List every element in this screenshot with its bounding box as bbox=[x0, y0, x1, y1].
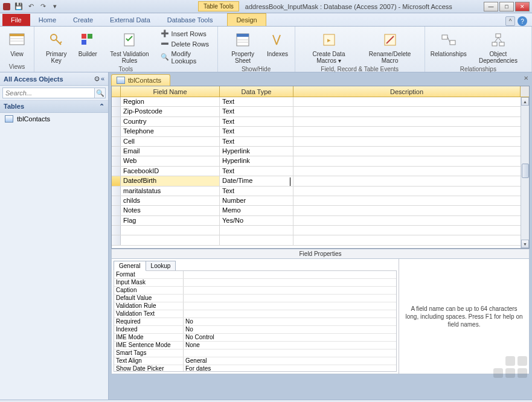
tab-create[interactable]: Create bbox=[65, 14, 101, 26]
column-field-name[interactable]: Field Name bbox=[121, 86, 220, 97]
nav-header[interactable]: All Access Objects ⊙« bbox=[0, 72, 108, 86]
description-cell[interactable] bbox=[293, 206, 529, 215]
save-icon[interactable]: 💾 bbox=[14, 2, 23, 11]
row-selector[interactable] bbox=[112, 137, 121, 146]
table-row[interactable]: Flag Yes/No bbox=[112, 216, 529, 226]
row-selector[interactable] bbox=[112, 187, 121, 196]
property-row[interactable]: Smart Tags bbox=[114, 349, 396, 357]
property-row[interactable]: Caption bbox=[114, 287, 396, 295]
tab-database-tools[interactable]: Database Tools bbox=[159, 14, 222, 26]
table-row[interactable] bbox=[112, 235, 529, 245]
property-row[interactable]: Show Date Picker For dates bbox=[114, 365, 396, 372]
data-type-cell[interactable]: Hyperlink bbox=[220, 156, 293, 165]
undo-icon[interactable]: ↶ bbox=[27, 2, 35, 11]
data-type-cell[interactable]: Memo bbox=[220, 206, 293, 215]
document-tab[interactable]: tblContacts bbox=[111, 74, 170, 86]
minimize-ribbon-icon[interactable]: ^ bbox=[505, 16, 515, 26]
qat-more-icon[interactable]: ▾ bbox=[51, 2, 59, 11]
data-type-cell[interactable]: Text bbox=[220, 167, 293, 176]
property-row[interactable]: IME Mode No Control bbox=[114, 334, 396, 342]
property-row[interactable]: Text Align General bbox=[114, 357, 396, 365]
tab-external-data[interactable]: External Data bbox=[101, 14, 159, 26]
object-dependencies-button[interactable]: Object Dependencies bbox=[470, 29, 527, 65]
data-type-cell[interactable]: Text bbox=[220, 97, 293, 106]
vertical-scrollbar[interactable]: ▲ ▼ bbox=[521, 97, 529, 248]
description-cell[interactable] bbox=[293, 156, 529, 165]
column-data-type[interactable]: Data Type bbox=[220, 86, 293, 97]
data-type-cell[interactable] bbox=[220, 226, 293, 235]
primary-key-button[interactable]: Primary Key bbox=[39, 29, 73, 65]
property-value[interactable]: No Control bbox=[184, 334, 396, 341]
redo-icon[interactable]: ↷ bbox=[39, 2, 47, 11]
search-button[interactable]: 🔍 bbox=[95, 88, 106, 98]
scroll-down-button[interactable]: ▼ bbox=[521, 240, 529, 248]
property-value[interactable]: For dates bbox=[184, 365, 396, 372]
row-selector[interactable] bbox=[112, 206, 121, 215]
property-row[interactable]: Required No bbox=[114, 318, 396, 326]
table-row[interactable]: childs Number bbox=[112, 196, 529, 206]
row-selector[interactable] bbox=[112, 235, 121, 244]
field-name-cell[interactable]: DateofBirth bbox=[121, 176, 220, 185]
field-name-cell[interactable]: Web bbox=[121, 156, 220, 165]
description-cell[interactable] bbox=[293, 117, 529, 126]
column-description[interactable]: Description bbox=[293, 86, 521, 97]
row-selector[interactable] bbox=[112, 107, 121, 116]
row-selector[interactable] bbox=[112, 167, 121, 176]
field-name-cell[interactable]: Zip-Postcode bbox=[121, 107, 220, 116]
property-value[interactable]: No bbox=[184, 318, 396, 325]
tab-design[interactable]: Design bbox=[227, 13, 266, 26]
search-input[interactable] bbox=[2, 88, 95, 98]
table-row[interactable]: Zip-Postcode Text bbox=[112, 107, 529, 116]
table-row[interactable]: maritalstatus Text bbox=[112, 187, 529, 196]
property-row[interactable]: Input Mask bbox=[114, 279, 396, 287]
table-row[interactable]: Country Text bbox=[112, 117, 529, 127]
table-row[interactable]: FacebookID Text bbox=[112, 167, 529, 176]
file-tab[interactable]: File bbox=[2, 14, 30, 26]
description-cell[interactable] bbox=[293, 127, 529, 136]
row-selector[interactable] bbox=[112, 97, 121, 106]
view-button[interactable]: View bbox=[5, 29, 29, 59]
tab-general[interactable]: General bbox=[114, 261, 146, 271]
property-row[interactable]: IME Sentence Mode None bbox=[114, 342, 396, 349]
rename-delete-macro-button[interactable]: Rename/Delete Macro bbox=[360, 29, 419, 65]
data-type-cell[interactable]: Number bbox=[220, 196, 293, 205]
data-type-cell[interactable]: Text bbox=[220, 187, 293, 196]
row-selector[interactable] bbox=[112, 127, 121, 136]
field-name-cell[interactable]: Region bbox=[121, 97, 220, 106]
close-document-button[interactable]: ✕ bbox=[524, 75, 528, 81]
field-name-cell[interactable]: Email bbox=[121, 147, 220, 156]
field-name-cell[interactable]: Cell bbox=[121, 137, 220, 146]
row-selector[interactable] bbox=[112, 156, 121, 165]
field-name-cell[interactable]: Telephone bbox=[121, 127, 220, 136]
property-value[interactable]: No bbox=[184, 326, 396, 333]
data-type-cell[interactable]: Yes/No bbox=[220, 216, 293, 225]
nav-group-tables[interactable]: Tables ⌃ bbox=[0, 101, 108, 113]
data-type-cell[interactable] bbox=[220, 235, 293, 244]
data-type-cell[interactable]: Date/Time bbox=[220, 176, 293, 185]
property-row[interactable]: Indexed No bbox=[114, 326, 396, 334]
data-type-cell[interactable]: Text bbox=[220, 127, 293, 136]
table-row[interactable] bbox=[112, 226, 529, 235]
table-row[interactable]: Email Hyperlink bbox=[112, 147, 529, 156]
data-type-cell[interactable]: Text bbox=[220, 117, 293, 126]
row-selector[interactable] bbox=[112, 216, 121, 225]
property-value[interactable]: General bbox=[184, 357, 396, 365]
field-name-cell[interactable]: childs bbox=[121, 196, 220, 205]
property-value[interactable] bbox=[184, 295, 396, 302]
table-row[interactable]: DateofBirth Date/Time bbox=[112, 176, 529, 186]
data-type-cell[interactable]: Text bbox=[220, 137, 293, 146]
table-row[interactable]: Region Text bbox=[112, 97, 529, 107]
data-type-cell[interactable]: Text bbox=[220, 107, 293, 116]
field-name-cell[interactable]: Country bbox=[121, 117, 220, 126]
field-name-cell[interactable]: maritalstatus bbox=[121, 187, 220, 196]
data-type-cell[interactable]: Hyperlink bbox=[220, 147, 293, 156]
description-cell[interactable] bbox=[293, 147, 529, 156]
scroll-up-button[interactable]: ▲ bbox=[521, 97, 529, 106]
field-name-cell[interactable]: Flag bbox=[121, 216, 220, 225]
property-value[interactable] bbox=[184, 279, 396, 286]
insert-rows-button[interactable]: ➕Insert Rows bbox=[159, 29, 213, 39]
row-selector[interactable] bbox=[112, 196, 121, 205]
row-selector[interactable] bbox=[112, 176, 121, 185]
tab-lookup[interactable]: Lookup bbox=[146, 261, 176, 271]
delete-rows-button[interactable]: ➖Delete Rows bbox=[159, 39, 213, 49]
